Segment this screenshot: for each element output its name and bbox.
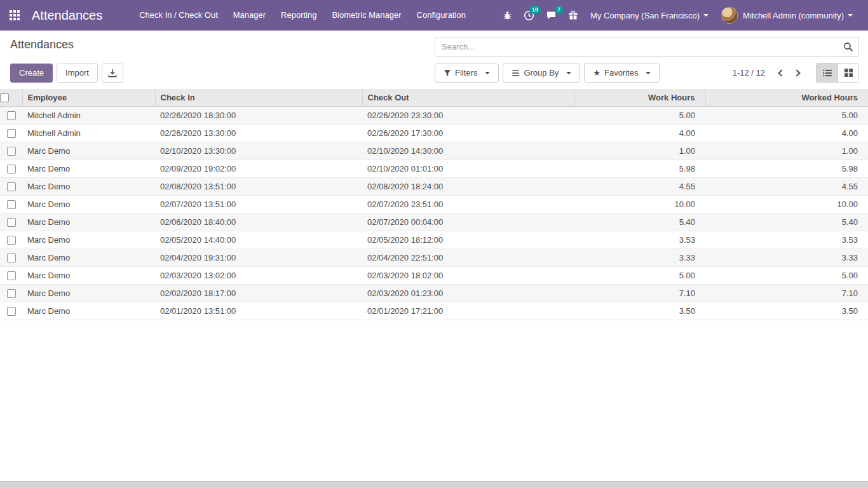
- row-checkbox[interactable]: [7, 236, 16, 245]
- check-in-cell[interactable]: 02/01/2020 13:51:00: [155, 302, 362, 320]
- employee-cell[interactable]: Marc Demo: [22, 231, 155, 248]
- menu-reporting[interactable]: Reporting: [273, 0, 324, 30]
- check-in-cell[interactable]: 02/02/2020 18:17:00: [155, 284, 362, 302]
- employee-cell[interactable]: Marc Demo: [22, 177, 155, 195]
- row-checkbox[interactable]: [7, 271, 16, 280]
- column-header-employee[interactable]: Employee: [22, 89, 155, 106]
- search-input[interactable]: [435, 42, 838, 51]
- worked-hours-cell[interactable]: 5.00: [705, 266, 868, 284]
- table-row[interactable]: Marc Demo02/06/2020 18:40:0002/07/2020 0…: [0, 213, 868, 231]
- row-checkbox-cell[interactable]: [0, 195, 22, 213]
- work-hours-cell[interactable]: 3.53: [574, 231, 705, 248]
- kanban-view-button[interactable]: [837, 64, 858, 82]
- employee-cell[interactable]: Marc Demo: [22, 248, 155, 266]
- row-checkbox-cell[interactable]: [0, 159, 22, 177]
- check-out-cell[interactable]: 02/10/2020 14:30:00: [362, 142, 574, 159]
- work-hours-cell[interactable]: 5.98: [574, 159, 705, 177]
- worked-hours-cell[interactable]: 1.00: [705, 142, 868, 159]
- employee-cell[interactable]: Marc Demo: [22, 266, 155, 284]
- menu-biometric-manager[interactable]: Biometric Manager: [324, 0, 409, 30]
- employee-cell[interactable]: Marc Demo: [22, 302, 155, 320]
- table-row[interactable]: Marc Demo02/03/2020 13:02:0002/03/2020 1…: [0, 266, 868, 284]
- debug-button[interactable]: [497, 0, 518, 30]
- row-checkbox-cell[interactable]: [0, 248, 22, 266]
- select-all-checkbox[interactable]: [0, 93, 9, 102]
- table-row[interactable]: Marc Demo02/04/2020 19:31:0002/04/2020 2…: [0, 248, 868, 266]
- check-out-cell[interactable]: 02/26/2020 17:30:00: [362, 124, 574, 142]
- table-row[interactable]: Marc Demo02/08/2020 13:51:0002/08/2020 1…: [0, 177, 868, 195]
- worked-hours-cell[interactable]: 5.98: [705, 159, 868, 177]
- group-by-button[interactable]: Group By: [503, 64, 580, 83]
- work-hours-cell[interactable]: 7.10: [574, 284, 705, 302]
- check-in-cell[interactable]: 02/03/2020 13:02:00: [155, 266, 362, 284]
- row-checkbox-cell[interactable]: [0, 213, 22, 231]
- select-all-header[interactable]: [0, 89, 22, 106]
- table-row[interactable]: Marc Demo02/10/2020 13:30:0002/10/2020 1…: [0, 142, 868, 159]
- work-hours-cell[interactable]: 4.00: [574, 124, 705, 142]
- row-checkbox[interactable]: [7, 218, 16, 227]
- messages-button[interactable]: 7: [540, 0, 562, 30]
- table-row[interactable]: Marc Demo02/01/2020 13:51:0002/01/2020 1…: [0, 302, 868, 320]
- table-row[interactable]: Mitchell Admin02/26/2020 18:30:0002/26/2…: [0, 106, 868, 124]
- check-out-cell[interactable]: 02/05/2020 18:12:00: [362, 231, 574, 248]
- column-header-check-out[interactable]: Check Out: [362, 89, 574, 106]
- worked-hours-cell[interactable]: 5.00: [705, 106, 868, 124]
- export-button[interactable]: [102, 64, 123, 83]
- column-header-work-hours[interactable]: Work Hours: [574, 89, 705, 106]
- menu-manager[interactable]: Manager: [226, 0, 273, 30]
- worked-hours-cell[interactable]: 3.33: [705, 248, 868, 266]
- work-hours-cell[interactable]: 3.33: [574, 248, 705, 266]
- employee-cell[interactable]: Marc Demo: [22, 213, 155, 231]
- check-in-cell[interactable]: 02/07/2020 13:51:00: [155, 195, 362, 213]
- table-row[interactable]: Marc Demo02/07/2020 13:51:0002/07/2020 2…: [0, 195, 868, 213]
- row-checkbox-cell[interactable]: [0, 124, 22, 142]
- employee-cell[interactable]: Marc Demo: [22, 142, 155, 159]
- row-checkbox[interactable]: [7, 165, 16, 173]
- table-row[interactable]: Marc Demo02/09/2020 19:02:0002/10/2020 0…: [0, 159, 868, 177]
- list-view-button[interactable]: [817, 64, 837, 82]
- check-out-cell[interactable]: 02/26/2020 23:30:00: [362, 106, 574, 124]
- worked-hours-cell[interactable]: 10.00: [705, 195, 868, 213]
- row-checkbox-cell[interactable]: [0, 231, 22, 248]
- column-header-worked-hours[interactable]: Worked Hours: [705, 89, 868, 106]
- work-hours-cell[interactable]: 4.55: [574, 177, 705, 195]
- check-out-cell[interactable]: 02/03/2020 01:23:00: [362, 284, 574, 302]
- table-row[interactable]: Mitchell Admin02/26/2020 13:30:0002/26/2…: [0, 124, 868, 142]
- column-header-check-in[interactable]: Check In: [155, 89, 362, 106]
- work-hours-cell[interactable]: 1.00: [574, 142, 705, 159]
- worked-hours-cell[interactable]: 7.10: [705, 284, 868, 302]
- table-row[interactable]: Marc Demo02/05/2020 14:40:0002/05/2020 1…: [0, 231, 868, 248]
- check-in-cell[interactable]: 02/05/2020 14:40:00: [155, 231, 362, 248]
- worked-hours-cell[interactable]: 4.00: [705, 124, 868, 142]
- row-checkbox[interactable]: [7, 200, 16, 209]
- employee-cell[interactable]: Marc Demo: [22, 159, 155, 177]
- search-submit-button[interactable]: [838, 37, 858, 56]
- employee-cell[interactable]: Marc Demo: [22, 195, 155, 213]
- employee-cell[interactable]: Marc Demo: [22, 284, 155, 302]
- check-in-cell[interactable]: 02/10/2020 13:30:00: [155, 142, 362, 159]
- row-checkbox[interactable]: [7, 111, 16, 120]
- employee-cell[interactable]: Mitchell Admin: [22, 124, 155, 142]
- activities-button[interactable]: 10: [518, 0, 540, 30]
- row-checkbox[interactable]: [7, 254, 16, 262]
- favorites-button[interactable]: ★ Favorites: [584, 64, 660, 83]
- pager-previous-button[interactable]: [774, 68, 789, 78]
- gift-button[interactable]: [562, 0, 584, 30]
- worked-hours-cell[interactable]: 3.50: [705, 302, 868, 320]
- import-button[interactable]: Import: [57, 64, 98, 83]
- row-checkbox-cell[interactable]: [0, 177, 22, 195]
- check-in-cell[interactable]: 02/09/2020 19:02:00: [155, 159, 362, 177]
- row-checkbox-cell[interactable]: [0, 284, 22, 302]
- menu-check-in-check-out[interactable]: Check In / Check Out: [132, 0, 226, 30]
- row-checkbox[interactable]: [7, 289, 16, 298]
- employee-cell[interactable]: Mitchell Admin: [22, 106, 155, 124]
- row-checkbox-cell[interactable]: [0, 142, 22, 159]
- user-menu[interactable]: Mitchell Admin (community): [715, 0, 859, 30]
- check-in-cell[interactable]: 02/26/2020 18:30:00: [155, 106, 362, 124]
- row-checkbox-cell[interactable]: [0, 106, 22, 124]
- row-checkbox-cell[interactable]: [0, 266, 22, 284]
- menu-configuration[interactable]: Configuration: [409, 0, 473, 30]
- check-in-cell[interactable]: 02/26/2020 13:30:00: [155, 124, 362, 142]
- work-hours-cell[interactable]: 3.50: [574, 302, 705, 320]
- work-hours-cell[interactable]: 5.00: [574, 106, 705, 124]
